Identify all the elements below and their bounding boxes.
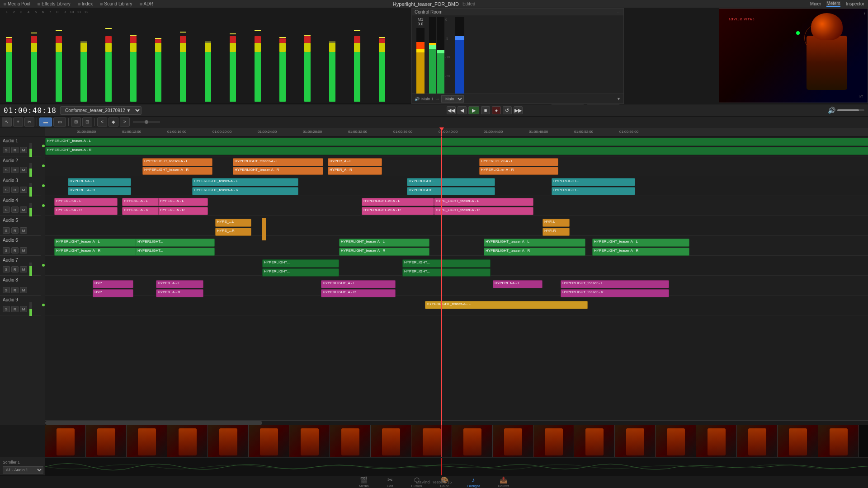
scrollbar-thumb[interactable] (45, 421, 262, 425)
clip-t6-3L[interactable]: HYPERLIGHT_teaser-A - L (339, 239, 429, 247)
clip-t3-2L[interactable]: HYPERLIGHT_teaser-A - L (192, 178, 298, 186)
clip-t3-4L[interactable]: HYPERLIGHT... (552, 178, 635, 186)
track1-r-btn[interactable]: R (11, 147, 19, 153)
clip-t5-2L[interactable]: HYP..L (542, 219, 570, 227)
clip-t6-2L[interactable]: HYPERLIGHT... (136, 239, 215, 247)
clip-t2-3R[interactable]: HYPER_A - R (328, 167, 382, 175)
clip-t2-3L[interactable]: HYPER_A - L (328, 158, 382, 166)
clip-t4-1R[interactable]: HYPERL.f-A - R (54, 207, 118, 215)
clip-t8-1L[interactable]: HYP... (93, 280, 133, 288)
clip-t6-5R[interactable]: HYPERLIGHT_teaser-A - R (592, 248, 689, 256)
track2-s-btn[interactable]: S (3, 167, 10, 173)
link-btn[interactable]: ⊡ (82, 117, 92, 127)
track5-r-btn[interactable]: R (11, 227, 19, 234)
keyframe-prev-btn[interactable]: < (97, 117, 107, 127)
nav-media[interactable]: 🎬 Media (350, 476, 378, 488)
forward-button[interactable]: ▶▶ (514, 106, 523, 114)
clip-t7-2R[interactable]: HYPERLIGHT... (402, 268, 491, 277)
clip-track1-R[interactable]: HYPERLIGHT_teaser-A - R (45, 147, 868, 155)
clip-t7-2L[interactable]: HYPERLIGHT... (402, 259, 491, 267)
track4-s-btn[interactable]: S (3, 206, 10, 213)
clip-t8-2R[interactable]: HYPER..A - R (156, 289, 203, 297)
clip-t2-1L[interactable]: HYPERLIGHT_teaser-A - L (142, 158, 212, 166)
clip-t4-3R[interactable]: HYPERL..A - R (158, 207, 208, 215)
track7-r-btn[interactable]: R (11, 266, 19, 272)
clip-t6-5L[interactable]: HYPERLIGHT_teaser-A - L (592, 239, 689, 247)
nav-edit[interactable]: ✂ Edit (378, 476, 402, 488)
clip-t2-4R[interactable]: HYPERLIG..er-A - R (479, 167, 558, 175)
clip-t4-4R[interactable]: HYPERLIGHT..er-A - R (362, 207, 434, 215)
clip-t5-1L[interactable]: HYPE_...L (215, 219, 251, 227)
snap-btn[interactable]: ⊞ (71, 117, 81, 127)
clip-t8-2L[interactable]: HYPER..A - L (156, 280, 203, 288)
track5-m-btn[interactable]: M (20, 227, 27, 234)
clip-t3-3L[interactable]: HYPERLIGHT... (407, 178, 495, 186)
clip-t8-3R[interactable]: HYPERLIGHT_A - R (321, 289, 396, 297)
clip-t2-4L[interactable]: HYPERLIG..er-A - L (479, 158, 558, 166)
clip-t8-3L[interactable]: HYPERLIGHT_A - L (321, 280, 396, 288)
track5-s-btn[interactable]: S (3, 227, 10, 234)
tab-mixer[interactable]: Mixer (810, 1, 821, 6)
track9-m-btn[interactable]: M (20, 306, 27, 312)
track9-r-btn[interactable]: R (11, 306, 19, 312)
tab-sound-library[interactable]: Sound Library (100, 1, 132, 6)
track6-r-btn[interactable]: R (11, 247, 19, 253)
clip-t2-2R[interactable]: HYPERLIGHT_teaser-A - R (233, 167, 323, 175)
clip-t3-1R[interactable]: HYPERL...A - R (68, 187, 131, 195)
tab-effects-library[interactable]: Effects Library (38, 1, 71, 6)
track6-s-btn[interactable]: S (3, 247, 10, 253)
clip-t6-4R[interactable]: HYPERLIGHT_teaser-A - R (484, 248, 585, 256)
clip-t4-5R[interactable]: HYPE_LIGHT_teaser-A - R (434, 207, 533, 215)
keyframe-marker-btn[interactable]: ◆ (108, 117, 118, 127)
track4-m-btn[interactable]: M (20, 206, 27, 213)
track3-r-btn[interactable]: R (11, 187, 19, 193)
track6-m-btn[interactable]: M (20, 247, 27, 253)
record-button[interactable]: ● (492, 106, 501, 114)
clip-t6-4L[interactable]: HYPERLIGHT_teaser-A - L (484, 239, 585, 247)
clip-t3-4R[interactable]: HYPERLIGHT... (552, 187, 635, 195)
track8-s-btn[interactable]: S (3, 287, 10, 293)
clip-t4-3L[interactable]: HYPERL..A - L (158, 198, 208, 206)
clip-t8-5L[interactable]: HYPERLIGHT_teaser - L (561, 280, 669, 288)
play-button[interactable]: ▶ (468, 106, 479, 114)
rewind-button[interactable]: ◀◀ (447, 106, 456, 114)
clip-t3-3R[interactable]: HYPERLIGHT... (407, 187, 495, 195)
pointer-tool[interactable]: ↖ (2, 117, 12, 127)
range-mode-btn[interactable]: ▭ (53, 117, 66, 127)
track2-r-btn[interactable]: R (11, 167, 19, 173)
tab-adr[interactable]: ADR (140, 1, 153, 6)
clip-t4-1L[interactable]: HYPERL.f-A - L (54, 198, 118, 206)
clip-t8-5R[interactable]: HYPERLIGHT_teaser - R (561, 289, 669, 297)
step-back-button[interactable]: ◀ (458, 106, 467, 114)
clip-t7-1L[interactable]: HYPERLIGHT... (262, 259, 339, 267)
clip-track1-L[interactable]: HYPERLIGHT_teaser-A - L (45, 138, 868, 146)
tab-media-pool[interactable]: Media Pool (4, 1, 30, 6)
stop-button[interactable]: ■ (481, 106, 490, 114)
audio-output-select[interactable]: Main (441, 95, 464, 103)
razor-tool[interactable]: ✂ (24, 117, 34, 127)
clip-t4-4L[interactable]: HYPERLIGHT..er-A - L (362, 198, 434, 206)
track1-m-btn[interactable]: M (20, 147, 27, 153)
track1-s-btn[interactable]: S (3, 147, 10, 153)
tab-index[interactable]: Index (78, 1, 93, 6)
keyframe-next-btn[interactable]: > (120, 117, 130, 127)
clip-t5-2R[interactable]: HYP..R (542, 228, 570, 236)
track8-r-btn[interactable]: R (11, 287, 19, 293)
track2-m-btn[interactable]: M (20, 167, 27, 173)
clip-t8-4L[interactable]: HYPERL.f-A - L (493, 280, 542, 288)
tab-meters[interactable]: Meters (826, 1, 840, 7)
track7-s-btn[interactable]: S (3, 266, 10, 272)
clip-t7-1R[interactable]: HYPERLIGHT... (262, 268, 339, 277)
track3-m-btn[interactable]: M (20, 187, 27, 193)
clip-t3-2R[interactable]: HYPERLIGHT_teaser-A - R (192, 187, 298, 195)
clip-t6-2R[interactable]: HYPERLIGHT... (136, 248, 215, 256)
select-mode-btn[interactable]: ▬ (39, 117, 52, 127)
nav-fairlight[interactable]: ♪ Fairlight (458, 476, 489, 488)
track4-r-btn[interactable]: R (11, 206, 19, 213)
clip-t5-1R[interactable]: HYPE_...R (215, 228, 251, 236)
track8-m-btn[interactable]: M (20, 287, 27, 293)
track9-s-btn[interactable]: S (3, 306, 10, 312)
clip-t2-1R[interactable]: HYPERLIGHT_teaser-A - R (142, 167, 212, 175)
clip-t4-5L[interactable]: HYPE_LIGHT_teaser-A - L (434, 198, 533, 206)
tab-inspector[interactable]: Inspector (846, 1, 864, 6)
